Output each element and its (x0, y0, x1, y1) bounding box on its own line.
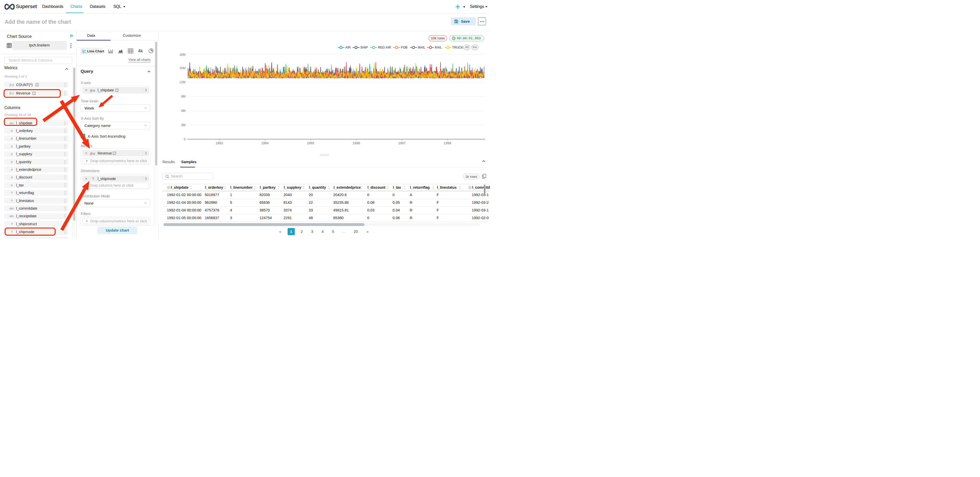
svg-text:1998: 1998 (444, 141, 451, 145)
svg-text:1997: 1997 (398, 141, 406, 145)
svg-text:1994: 1994 (261, 141, 269, 145)
svg-text:18M: 18M (180, 53, 186, 56)
svg-text:1993: 1993 (216, 141, 223, 145)
svg-text:15M: 15M (180, 66, 186, 70)
svg-text:12M: 12M (180, 80, 186, 84)
svg-text:9M: 9M (181, 95, 186, 98)
svg-text:0: 0 (184, 138, 186, 141)
svg-text:6M: 6M (181, 109, 186, 113)
svg-text:1996: 1996 (352, 141, 360, 145)
svg-text:1995: 1995 (307, 141, 314, 145)
svg-text:3M: 3M (181, 123, 186, 127)
